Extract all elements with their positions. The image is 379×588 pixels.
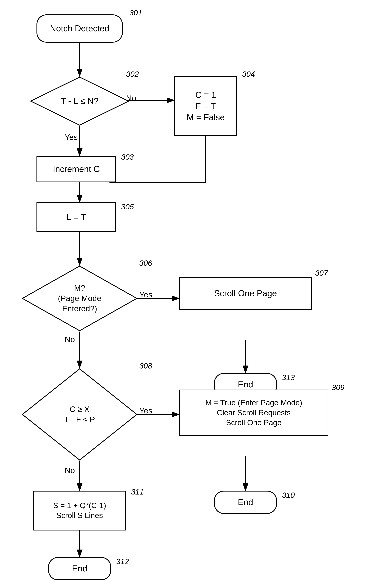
arrow-yes-308: Yes	[139, 406, 152, 415]
node-301: Notch Detected	[36, 15, 123, 43]
node-301-label: Notch Detected	[50, 23, 109, 34]
node-304: C = 1 F = T M = False	[174, 76, 237, 136]
flowchart-diagram: Notch Detected 301 T - L ≤ N? 302 Yes No…	[0, 0, 379, 588]
arrow-no-306: No	[65, 335, 75, 344]
node-313-label: End	[238, 379, 253, 390]
ref-308: 308	[139, 362, 152, 370]
node-308: C ≥ XT - F ≤ P	[22, 368, 138, 461]
node-309-label: M = True (Enter Page Mode) Clear Scroll …	[205, 398, 302, 427]
node-307-label: Scroll One Page	[214, 288, 277, 299]
node-312-label: End	[72, 563, 87, 574]
node-311-label: S = 1 + Q*(C-1) Scroll S Lines	[53, 501, 106, 521]
node-306-label: M?(Page ModeEntered?)	[58, 283, 101, 314]
ref-305: 305	[121, 202, 134, 211]
ref-309: 309	[332, 383, 345, 392]
node-305: L = T	[36, 202, 116, 232]
ref-307: 307	[315, 269, 328, 277]
node-306: M?(Page ModeEntered?)	[22, 265, 138, 332]
ref-303: 303	[121, 152, 134, 162]
node-310: End	[214, 491, 277, 514]
node-302: T - L ≤ N?	[30, 76, 129, 126]
arrow-yes-306: Yes	[139, 290, 152, 299]
ref-313: 313	[282, 373, 295, 382]
ref-312: 312	[116, 557, 129, 566]
ref-311: 311	[131, 487, 144, 496]
ref-301: 301	[129, 8, 142, 17]
node-308-label: C ≥ XT - F ≤ P	[64, 404, 95, 425]
arrow-no-308: No	[65, 466, 75, 475]
ref-304: 304	[242, 70, 255, 79]
arrow-yes-302: Yes	[65, 133, 78, 142]
node-307: Scroll One Page	[179, 277, 312, 310]
node-304-label: C = 1 F = T M = False	[187, 89, 225, 123]
node-302-label: T - L ≤ N?	[61, 95, 98, 107]
ref-302: 302	[126, 70, 139, 79]
ref-306: 306	[139, 259, 152, 268]
node-303: Increment C	[36, 156, 116, 182]
node-303-label: Increment C	[53, 164, 100, 175]
node-305-label: L = T	[66, 211, 86, 223]
node-312: End	[48, 557, 111, 580]
node-309: M = True (Enter Page Mode) Clear Scroll …	[179, 390, 328, 436]
node-310-label: End	[238, 497, 253, 508]
arrow-no-302: No	[126, 94, 136, 103]
node-311: S = 1 + Q*(C-1) Scroll S Lines	[33, 491, 126, 530]
ref-310: 310	[282, 491, 295, 500]
